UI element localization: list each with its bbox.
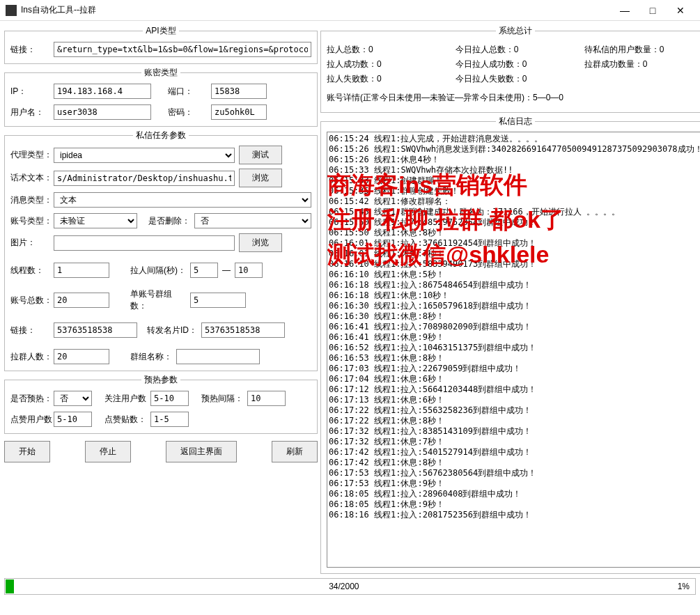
stats-legend: 系统总计 (496, 25, 535, 37)
groupname-input[interactable] (176, 349, 260, 364)
port-label: 端口： (168, 86, 207, 98)
thread-input[interactable] (54, 263, 109, 278)
user-label: 用户名： (10, 107, 49, 118)
interval-dash: — (222, 265, 231, 275)
back-button[interactable]: 返回主界面 (166, 441, 237, 462)
cardid-input[interactable] (201, 322, 285, 338)
account-group: 账密类型 IP： 端口： 用户名： 密码： (4, 67, 318, 127)
thread-label: 线程数： (10, 265, 49, 277)
ispreheat-label: 是否预热： (10, 393, 49, 405)
preheat-group: 预热参数 是否预热： 否 关注用户数 预热间隔： 点赞用户数 点赞贴数： (4, 374, 318, 434)
image-input[interactable] (54, 235, 235, 251)
ip-input[interactable] (54, 84, 151, 99)
user-input[interactable] (54, 104, 151, 120)
acctype-label: 账号类型： (10, 215, 49, 227)
image-label: 图片： (10, 237, 49, 249)
browse-image-button[interactable]: 浏览 (239, 233, 282, 252)
port-input[interactable] (211, 84, 267, 99)
interval-from-input[interactable] (190, 263, 218, 278)
titlebar: Ins自动化工具--拉群 — □ ✕ (0, 0, 700, 21)
pinterval-input[interactable] (247, 391, 286, 406)
msgtype-label: 消息类型： (10, 194, 49, 206)
groupper-label: 单账号群组数： (130, 288, 186, 312)
cardid-label: 转发名片ID： (147, 325, 197, 336)
task-legend: 私信任务参数 (133, 130, 189, 141)
stat-group-success: 拉群成功数量：0 (584, 59, 700, 70)
start-button[interactable]: 开始 (4, 441, 50, 462)
refresh-button[interactable]: 刷新 (272, 441, 318, 462)
stat-detail: 账号详情(正常今日未使用—未验证—异常今日未使用)：5—0—0 (327, 92, 700, 104)
delete-select[interactable]: 否 (194, 213, 311, 228)
interval-label: 拉人间隔(秒)： (130, 265, 186, 277)
script-label: 话术文本： (10, 172, 49, 184)
pass-label: 密码： (168, 107, 207, 118)
stat-success: 拉人成功数：0 (327, 59, 447, 70)
progress-pct: 1% (678, 582, 690, 591)
bottom-buttons: 开始 停止 返回主界面 刷新 (4, 437, 318, 464)
link2-label: 链接： (10, 325, 49, 336)
pass-input[interactable] (211, 104, 267, 120)
proxy-label: 代理类型： (10, 149, 49, 161)
interval-to-input[interactable] (235, 263, 263, 278)
follow-input[interactable] (150, 391, 189, 406)
test-button[interactable]: 测试 (239, 146, 282, 164)
app-icon (6, 5, 17, 16)
script-input[interactable] (54, 171, 235, 186)
minimize-button[interactable]: — (611, 2, 639, 19)
progress-bar: 34/2000 1% (4, 578, 696, 595)
likeuser-input[interactable] (54, 412, 92, 427)
link-label: 链接： (10, 44, 49, 56)
browse-script-button[interactable]: 浏览 (239, 169, 282, 187)
groupper-input[interactable] (190, 293, 246, 308)
acctotal-label: 账号总数： (10, 295, 49, 306)
stats-group: 系统总计 拉人总数：0 今日拉人总数：0 待私信的用户数量：0 拉人成功数：0 … (320, 25, 700, 113)
acctype-select[interactable]: 未验证 (54, 213, 137, 228)
pull-input[interactable] (54, 349, 109, 364)
progress-text: 34/2000 (10, 582, 678, 591)
log-box[interactable]: 06:15:24 线程1:拉人完成，开始进群消息发送。。。。 06:15:26 … (327, 132, 700, 568)
likepost-label: 点赞贴数： (104, 414, 146, 426)
stop-button[interactable]: 停止 (85, 441, 131, 462)
msgtype-select[interactable]: 文本 (54, 192, 311, 208)
close-button[interactable]: ✕ (667, 2, 694, 19)
api-group: API类型 链接： (4, 25, 318, 64)
likeuser-label: 点赞用户数 (10, 414, 49, 426)
stat-today: 今日拉人总数：0 (456, 44, 576, 56)
ispreheat-select[interactable]: 否 (54, 391, 92, 406)
link-input[interactable] (54, 42, 311, 57)
account-legend: 账密类型 (141, 67, 180, 79)
stat-today-success: 今日拉人成功数：0 (456, 59, 576, 70)
acctotal-input[interactable] (54, 293, 109, 308)
pull-label: 拉群人数： (10, 351, 49, 363)
log-group: 私信日志 06:15:24 线程1:拉人完成，开始进群消息发送。。。。 06:1… (320, 116, 700, 574)
pinterval-label: 预热间隔： (201, 393, 243, 405)
window-title: Ins自动化工具--拉群 (21, 4, 611, 16)
preheat-legend: 预热参数 (141, 374, 180, 386)
api-legend: API类型 (143, 25, 178, 37)
proxy-select[interactable]: ipidea (54, 148, 235, 163)
link2-input[interactable] (54, 322, 137, 338)
stat-fail: 拉人失败数：0 (327, 73, 447, 85)
stat-today-fail: 今日拉人失败数：0 (456, 73, 576, 85)
likepost-input[interactable] (150, 412, 189, 427)
task-group: 私信任务参数 代理类型： ipidea 测试 话术文本： 浏览 消息类型： 文本… (4, 130, 318, 371)
maximize-button[interactable]: □ (639, 2, 667, 19)
ip-label: IP： (10, 86, 49, 98)
log-legend: 私信日志 (496, 116, 535, 127)
follow-label: 关注用户数 (104, 393, 146, 405)
groupname-label: 群组名称： (130, 351, 172, 363)
stat-total: 拉人总数：0 (327, 44, 447, 56)
delete-label: 是否删除： (148, 215, 190, 227)
stat-pending: 待私信的用户数量：0 (584, 44, 700, 56)
